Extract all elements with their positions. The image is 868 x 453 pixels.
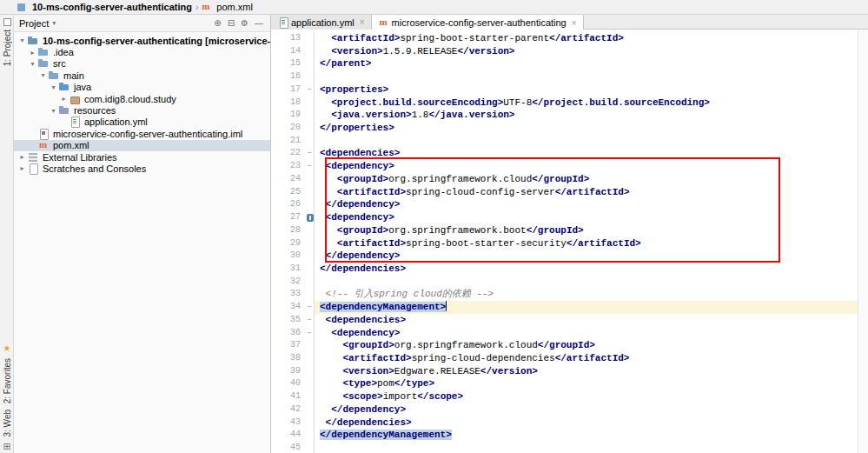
chevron-down-icon[interactable]: ▾: [17, 37, 27, 44]
code-line-39[interactable]: 39 <version>Edgware.RELEASE</version>: [271, 365, 868, 378]
fold-column: [306, 365, 315, 378]
code-line-31[interactable]: 31</dependencies>: [271, 263, 868, 276]
code-line-21[interactable]: 21: [271, 135, 868, 148]
chevron-right-icon[interactable]: ▸: [17, 153, 27, 161]
collapse-all-icon[interactable]: ⊟: [228, 18, 235, 28]
code-line-30[interactable]: 30 </dependency>: [271, 250, 868, 263]
chevron-down-icon[interactable]: ▾: [38, 71, 48, 79]
code-line-40[interactable]: 40 <type>pom</type>: [271, 377, 868, 390]
chevron-right-icon[interactable]: ▸: [28, 49, 37, 57]
chevron-down-icon[interactable]: ▾: [49, 107, 58, 115]
fold-icon[interactable]: −: [306, 314, 314, 326]
code-line-23[interactable]: 23− <dependency>: [271, 160, 868, 173]
code-line-22[interactable]: 22−<dependencies>: [271, 147, 868, 160]
xml-tag: <dependencyManagement>: [320, 302, 446, 312]
tree-item-src[interactable]: ▾src: [14, 58, 270, 70]
tree-item-main[interactable]: ▾main: [14, 70, 270, 81]
settings-gear-icon[interactable]: ⚙: [241, 18, 248, 28]
code-line-44[interactable]: 44</dependencyManagement>: [271, 429, 868, 442]
code-line-18[interactable]: 18 <project.build.sourceEncoding>UTF-8</…: [271, 97, 868, 110]
maven-gutter-icon[interactable]: [307, 214, 314, 222]
tab-application-yml[interactable]: application.yml×: [271, 15, 372, 30]
code-line-16[interactable]: 16: [271, 70, 868, 83]
locate-icon[interactable]: ⊕: [214, 18, 221, 28]
breadcrumb-project[interactable]: 10-ms-config-server-authenticating: [32, 2, 192, 12]
tool-window-button-web[interactable]: 3: Web: [3, 410, 12, 437]
code-line-45[interactable]: 45: [271, 442, 868, 453]
folder-icon: [48, 70, 60, 81]
breadcrumb-file[interactable]: pom.xml: [216, 2, 253, 12]
code-editor[interactable]: 13 <artifactId>spring-boot-starter-paren…: [271, 30, 868, 453]
tab-microservice-config-server-authenticatin[interactable]: microservice-config-server-authenticatin…: [372, 15, 584, 30]
fold-column: −: [306, 314, 315, 327]
code-line-15[interactable]: 15</parent>: [271, 57, 868, 70]
tree-item-external-libraries[interactable]: ▸External Libraries: [14, 151, 270, 163]
close-tab-icon[interactable]: ×: [572, 18, 577, 28]
code-line-33[interactable]: 33 <!-- 引入spring cloud的依赖 -->: [271, 288, 868, 301]
editor-scrollbar[interactable]: [858, 30, 868, 453]
code-line-43[interactable]: 43 </dependencies>: [271, 416, 868, 430]
xml-tag: </dependency>: [331, 404, 406, 415]
line-number: 28: [271, 224, 306, 237]
code-line-26[interactable]: 26 </dependency>: [271, 198, 868, 211]
tree-item-com-idig8-cloud-study[interactable]: ▸com.idig8.cloud.study: [14, 93, 270, 104]
fold-column: [306, 186, 315, 199]
code-line-42[interactable]: 42 </dependency>: [271, 403, 868, 416]
tree-item-label: .idea: [53, 47, 74, 57]
code-line-13[interactable]: 13 <artifactId>spring-boot-starter-paren…: [271, 32, 868, 45]
code-line-35[interactable]: 35− <dependencies>: [271, 314, 868, 327]
tree-item-pom-xml[interactable]: pom.xml: [14, 140, 270, 151]
fold-icon[interactable]: −: [306, 327, 314, 339]
code-text: <dependency>: [315, 160, 394, 173]
fold-icon[interactable]: −: [306, 301, 314, 313]
fold-column: [306, 109, 315, 122]
tree-item-java[interactable]: ▾java: [14, 82, 270, 93]
tab-label: microservice-config-server-authenticatin…: [392, 17, 567, 28]
xml-tag: </groupId>: [538, 340, 595, 350]
tree-item-idea[interactable]: ▸.idea: [14, 46, 270, 57]
breadcrumb: 10-ms-config-server-authenticating › pom…: [0, 0, 868, 15]
project-panel-title[interactable]: Project: [19, 18, 49, 29]
tool-window-button-project[interactable]: 1: Project: [3, 30, 12, 66]
code-line-28[interactable]: 28 <groupId>org.springframework.boot</gr…: [271, 224, 868, 237]
fold-icon[interactable]: −: [306, 160, 314, 172]
code-line-36[interactable]: 36− <dependency>: [271, 327, 868, 340]
hide-panel-icon[interactable]: —: [255, 18, 263, 28]
code-text: <version>Edgware.RELEASE</version>: [315, 365, 538, 378]
tool-windows-grid-icon[interactable]: ⊞: [3, 442, 10, 451]
code-line-19[interactable]: 19 <java.version>1.8</java.version>: [271, 109, 868, 122]
chevron-down-icon[interactable]: ▾: [52, 19, 56, 27]
code-line-27[interactable]: 27− <dependency>: [271, 211, 868, 224]
scratches-icon: [27, 163, 39, 174]
tool-window-button-favorites[interactable]: 2: Favorites: [3, 358, 12, 403]
chevron-right-icon[interactable]: ▸: [59, 95, 69, 103]
code-line-38[interactable]: 38 <artifactId>spring-cloud-dependencies…: [271, 352, 868, 365]
tree-item-10-ms-config-server-authenticating-micro[interactable]: ▾10-ms-config-server-authenticating [mic…: [14, 35, 270, 46]
code-line-37[interactable]: 37 <groupId>org.springframework.cloud</g…: [271, 339, 868, 352]
code-line-24[interactable]: 24 <groupId>org.springframework.cloud</g…: [271, 173, 868, 186]
line-number: 23: [271, 160, 306, 173]
tree-item-resources[interactable]: ▾resources: [14, 104, 270, 116]
code-line-41[interactable]: 41 <scope>import</scope>: [271, 390, 868, 403]
fold-column: [306, 352, 315, 365]
code-text: <scope>import</scope>: [315, 390, 463, 403]
xml-tag: <dependencies>: [326, 315, 406, 325]
tree-item-scratches-and-consoles[interactable]: ▸Scratches and Consoles: [14, 163, 270, 174]
code-line-32[interactable]: 32: [271, 276, 868, 289]
chevron-down-icon[interactable]: ▾: [28, 60, 37, 68]
tree-item-application-yml[interactable]: application.yml: [14, 117, 270, 128]
fold-icon[interactable]: −: [306, 147, 314, 159]
chevron-right-icon[interactable]: ▸: [17, 164, 27, 172]
code-line-25[interactable]: 25 <artifactId>spring-cloud-config-serve…: [271, 186, 868, 199]
tree-item-microservice-config-server-authenticatin[interactable]: microservice-config-server-authenticatin…: [14, 128, 270, 139]
code-line-20[interactable]: 20</properties>: [271, 122, 868, 135]
code-line-17[interactable]: 17−<properties>: [271, 83, 868, 97]
code-line-34[interactable]: 34−<dependencyManagement>: [271, 301, 868, 314]
close-tab-icon[interactable]: ×: [360, 17, 365, 27]
xml-tag: <artifactId>: [337, 238, 406, 249]
code-line-29[interactable]: 29 <artifactId>spring-boot-starter-secur…: [271, 237, 868, 250]
fold-icon[interactable]: −: [306, 83, 314, 96]
folder-icon: [37, 58, 50, 69]
chevron-down-icon[interactable]: ▾: [49, 83, 58, 91]
code-line-14[interactable]: 14 <version>1.5.9.RELEASE</version>: [271, 45, 868, 58]
